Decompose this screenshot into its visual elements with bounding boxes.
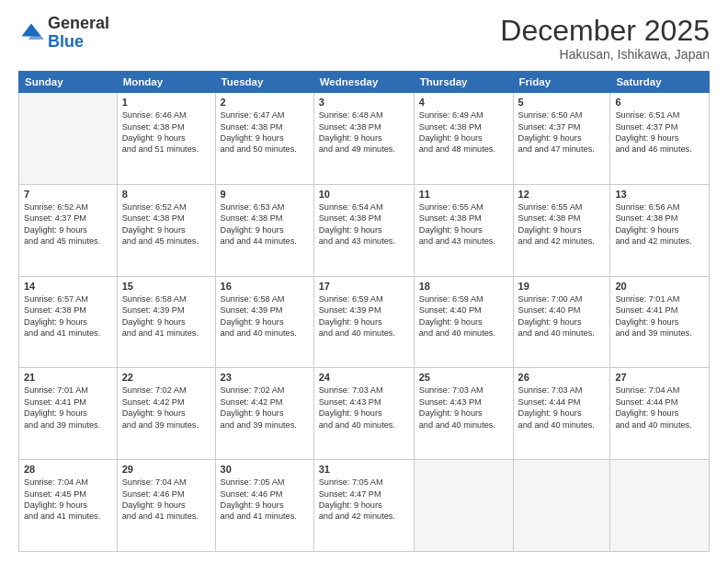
daylight-text-2: and and 43 minutes. xyxy=(319,236,409,247)
daylight-text-1: Daylight: 9 hours xyxy=(419,408,508,419)
sunrise-text: Sunrise: 6:59 AM xyxy=(319,293,409,304)
logo-general: General xyxy=(48,15,109,33)
calendar-cell: 9Sunrise: 6:53 AMSunset: 4:38 PMDaylight… xyxy=(215,184,313,276)
daylight-text-1: Daylight: 9 hours xyxy=(24,500,112,511)
calendar-cell: 16Sunrise: 6:58 AMSunset: 4:39 PMDayligh… xyxy=(215,276,313,368)
day-number: 9 xyxy=(221,189,309,200)
sunset-text: Sunset: 4:40 PM xyxy=(518,304,606,316)
sunrise-text: Sunrise: 7:03 AM xyxy=(518,385,606,396)
calendar-cell: 12Sunrise: 6:55 AMSunset: 4:38 PMDayligh… xyxy=(513,184,610,276)
sunset-text: Sunset: 4:38 PM xyxy=(221,213,309,224)
calendar-cell: 3Sunrise: 6:48 AMSunset: 4:38 PMDaylight… xyxy=(313,93,414,185)
calendar-cell: 5Sunrise: 6:50 AMSunset: 4:37 PMDaylight… xyxy=(513,93,610,185)
calendar-day-header: Thursday xyxy=(414,72,513,93)
calendar-cell: 21Sunrise: 7:01 AMSunset: 4:41 PMDayligh… xyxy=(19,368,118,460)
sunrise-text: Sunrise: 6:58 AM xyxy=(221,293,309,304)
sunset-text: Sunset: 4:41 PM xyxy=(615,304,704,316)
calendar-week-row: 14Sunrise: 6:57 AMSunset: 4:38 PMDayligh… xyxy=(19,276,710,368)
day-number: 24 xyxy=(319,372,409,383)
day-number: 19 xyxy=(518,281,606,292)
day-number: 1 xyxy=(122,97,210,108)
daylight-text-1: Daylight: 9 hours xyxy=(615,132,704,144)
daylight-text-2: and and 40 minutes. xyxy=(419,327,508,339)
daylight-text-2: and and 45 minutes. xyxy=(122,236,210,247)
daylight-text-1: Daylight: 9 hours xyxy=(319,500,409,511)
day-number: 2 xyxy=(221,97,309,108)
sunrise-text: Sunrise: 7:05 AM xyxy=(319,477,409,488)
daylight-text-2: and and 39 minutes. xyxy=(221,419,309,431)
sunset-text: Sunset: 4:39 PM xyxy=(319,304,409,316)
daylight-text-1: Daylight: 9 hours xyxy=(419,132,508,144)
sunset-text: Sunset: 4:38 PM xyxy=(419,213,508,224)
daylight-text-2: and and 42 minutes. xyxy=(319,511,409,522)
day-number: 10 xyxy=(319,189,409,200)
subtitle: Hakusan, Ishikawa, Japan xyxy=(500,47,710,62)
calendar-day-header: Sunday xyxy=(19,72,118,93)
logo-blue: Blue xyxy=(48,33,109,52)
sunrise-text: Sunrise: 6:49 AM xyxy=(419,109,508,121)
daylight-text-2: and and 42 minutes. xyxy=(518,236,606,247)
calendar-day-header: Wednesday xyxy=(313,72,414,93)
day-number: 23 xyxy=(221,372,309,383)
calendar-cell: 29Sunrise: 7:04 AMSunset: 4:46 PMDayligh… xyxy=(117,460,215,552)
sunrise-text: Sunrise: 6:55 AM xyxy=(518,201,606,213)
sunrise-text: Sunrise: 6:56 AM xyxy=(615,201,704,213)
daylight-text-1: Daylight: 9 hours xyxy=(319,132,409,144)
day-number: 31 xyxy=(319,464,409,475)
daylight-text-1: Daylight: 9 hours xyxy=(518,132,606,144)
calendar-week-row: 7Sunrise: 6:52 AMSunset: 4:37 PMDaylight… xyxy=(19,184,710,276)
calendar-day-header: Tuesday xyxy=(215,72,313,93)
daylight-text-2: and and 44 minutes. xyxy=(221,236,309,247)
calendar-cell xyxy=(414,460,513,552)
daylight-text-2: and and 41 minutes. xyxy=(24,327,112,339)
sunrise-text: Sunrise: 6:54 AM xyxy=(319,201,409,213)
day-number: 20 xyxy=(615,281,704,292)
sunrise-text: Sunrise: 7:01 AM xyxy=(24,385,112,396)
daylight-text-2: and and 39 minutes. xyxy=(615,327,704,339)
calendar-cell: 15Sunrise: 6:58 AMSunset: 4:39 PMDayligh… xyxy=(117,276,215,368)
sunrise-text: Sunrise: 7:04 AM xyxy=(122,477,210,488)
day-number: 28 xyxy=(24,464,112,475)
daylight-text-2: and and 40 minutes. xyxy=(615,419,704,431)
sunset-text: Sunset: 4:44 PM xyxy=(518,396,606,408)
calendar-cell: 4Sunrise: 6:49 AMSunset: 4:38 PMDaylight… xyxy=(414,93,513,185)
sunset-text: Sunset: 4:37 PM xyxy=(24,213,112,224)
calendar-day-header: Friday xyxy=(513,72,610,93)
sunrise-text: Sunrise: 6:52 AM xyxy=(24,201,112,213)
daylight-text-2: and and 40 minutes. xyxy=(419,419,508,431)
sunset-text: Sunset: 4:39 PM xyxy=(221,304,309,316)
daylight-text-2: and and 46 minutes. xyxy=(615,144,704,155)
sunset-text: Sunset: 4:44 PM xyxy=(615,396,704,408)
day-number: 26 xyxy=(518,372,606,383)
logo-icon xyxy=(18,20,44,46)
sunset-text: Sunset: 4:37 PM xyxy=(518,121,606,132)
sunset-text: Sunset: 4:38 PM xyxy=(122,121,210,132)
day-number: 11 xyxy=(419,189,508,200)
daylight-text-2: and and 40 minutes. xyxy=(319,419,409,431)
sunrise-text: Sunrise: 7:01 AM xyxy=(615,293,704,304)
sunset-text: Sunset: 4:42 PM xyxy=(221,396,309,408)
sunrise-text: Sunrise: 7:03 AM xyxy=(319,385,409,396)
daylight-text-1: Daylight: 9 hours xyxy=(615,408,704,419)
daylight-text-1: Daylight: 9 hours xyxy=(518,316,606,327)
calendar-cell: 11Sunrise: 6:55 AMSunset: 4:38 PMDayligh… xyxy=(414,184,513,276)
sunset-text: Sunset: 4:40 PM xyxy=(419,304,508,316)
daylight-text-1: Daylight: 9 hours xyxy=(319,408,409,419)
calendar-cell: 22Sunrise: 7:02 AMSunset: 4:42 PMDayligh… xyxy=(117,368,215,460)
day-number: 21 xyxy=(24,372,112,383)
day-number: 17 xyxy=(319,281,409,292)
sunrise-text: Sunrise: 7:04 AM xyxy=(615,385,704,396)
day-number: 8 xyxy=(122,189,210,200)
sunrise-text: Sunrise: 6:58 AM xyxy=(122,293,210,304)
sunset-text: Sunset: 4:38 PM xyxy=(221,121,309,132)
daylight-text-1: Daylight: 9 hours xyxy=(221,316,309,327)
daylight-text-1: Daylight: 9 hours xyxy=(419,316,508,327)
daylight-text-2: and and 41 minutes. xyxy=(122,327,210,339)
sunrise-text: Sunrise: 6:47 AM xyxy=(221,109,309,121)
day-number: 30 xyxy=(221,464,309,475)
sunset-text: Sunset: 4:43 PM xyxy=(319,396,409,408)
daylight-text-2: and and 43 minutes. xyxy=(419,236,508,247)
page: General Blue December 2025 Hakusan, Ishi… xyxy=(0,0,728,563)
day-number: 29 xyxy=(122,464,210,475)
day-number: 14 xyxy=(24,281,112,292)
